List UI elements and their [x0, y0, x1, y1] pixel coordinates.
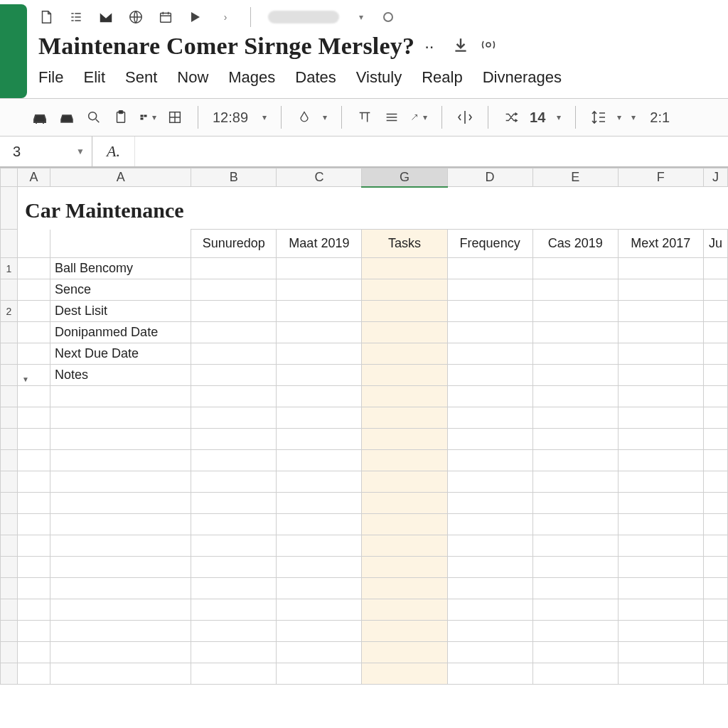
- cell[interactable]: [191, 642, 277, 663]
- cell[interactable]: [18, 514, 50, 535]
- cell[interactable]: [277, 578, 362, 599]
- cell[interactable]: [191, 450, 277, 471]
- cell[interactable]: [50, 578, 191, 599]
- cell[interactable]: [447, 599, 532, 621]
- cell[interactable]: [447, 343, 532, 365]
- cell[interactable]: [618, 301, 703, 322]
- row-header[interactable]: [1, 187, 18, 230]
- cell[interactable]: [532, 642, 618, 663]
- row-label[interactable]: Donipanmed Date: [50, 322, 191, 343]
- cell[interactable]: [447, 471, 532, 493]
- cell[interactable]: [191, 663, 277, 685]
- cell[interactable]: [703, 407, 727, 429]
- cell[interactable]: [618, 578, 703, 599]
- formula-input[interactable]: [135, 136, 728, 166]
- record-icon[interactable]: [383, 12, 393, 22]
- shuffle-icon[interactable]: [503, 109, 520, 126]
- cell[interactable]: [362, 471, 447, 493]
- row-label[interactable]: Ball Bencomy: [50, 258, 191, 279]
- lh-dd2-icon[interactable]: ▾: [631, 112, 636, 122]
- arrow-angle-dropdown[interactable]: ▾: [410, 109, 427, 126]
- cell[interactable]: [191, 493, 277, 514]
- line-height-icon[interactable]: [590, 109, 607, 126]
- cell[interactable]: [191, 365, 277, 386]
- cell[interactable]: [447, 663, 532, 685]
- cell[interactable]: [703, 343, 727, 365]
- data-header-0[interactable]: Sunuredop: [191, 230, 277, 258]
- cell[interactable]: [703, 557, 727, 578]
- menu-item-vistuly[interactable]: Vistuly: [356, 68, 402, 87]
- cell[interactable]: [191, 343, 277, 365]
- cell[interactable]: [50, 386, 191, 407]
- cell[interactable]: [277, 493, 362, 514]
- cell[interactable]: [18, 343, 50, 365]
- name-box[interactable]: 3 ▼: [0, 136, 92, 166]
- car2-icon[interactable]: [58, 109, 75, 126]
- cell[interactable]: [618, 642, 703, 663]
- column-header-B-2[interactable]: B: [191, 168, 277, 187]
- row-header[interactable]: [1, 386, 18, 407]
- cell[interactable]: [532, 258, 618, 279]
- column-header-D-5[interactable]: D: [447, 168, 532, 187]
- cell[interactable]: [277, 258, 362, 279]
- cell[interactable]: [618, 493, 703, 514]
- cell[interactable]: [703, 471, 727, 493]
- row-header[interactable]: [1, 365, 18, 386]
- cell[interactable]: [18, 557, 50, 578]
- cell[interactable]: [277, 471, 362, 493]
- row-header[interactable]: [1, 407, 18, 429]
- cell[interactable]: [532, 386, 618, 407]
- cell[interactable]: [532, 365, 618, 386]
- cell[interactable]: [362, 450, 447, 471]
- row-header[interactable]: [1, 343, 18, 365]
- cell[interactable]: [18, 322, 50, 343]
- cell[interactable]: [191, 621, 277, 642]
- cell[interactable]: ▼: [18, 365, 50, 386]
- cell[interactable]: [362, 343, 447, 365]
- select-all-corner[interactable]: [1, 168, 18, 187]
- row-header[interactable]: [1, 429, 18, 450]
- row-header[interactable]: [1, 230, 18, 258]
- cell[interactable]: [50, 557, 191, 578]
- cell[interactable]: [50, 230, 191, 258]
- cell[interactable]: [277, 279, 362, 301]
- cell[interactable]: [703, 535, 727, 557]
- row-header[interactable]: [1, 514, 18, 535]
- row-header[interactable]: [1, 578, 18, 599]
- cell[interactable]: [18, 578, 50, 599]
- row-label[interactable]: Dest Lisit: [50, 301, 191, 322]
- cell[interactable]: [703, 450, 727, 471]
- cell[interactable]: [532, 493, 618, 514]
- cell[interactable]: [191, 407, 277, 429]
- row-header[interactable]: [1, 322, 18, 343]
- cell[interactable]: [50, 450, 191, 471]
- cell[interactable]: [50, 663, 191, 685]
- menu-item-dates[interactable]: Dates: [295, 68, 336, 87]
- cell[interactable]: [50, 493, 191, 514]
- cell[interactable]: [50, 429, 191, 450]
- row-header[interactable]: [1, 279, 18, 301]
- cell[interactable]: [618, 535, 703, 557]
- cell[interactable]: [618, 322, 703, 343]
- cell[interactable]: [362, 365, 447, 386]
- search-icon[interactable]: [85, 109, 102, 126]
- cell[interactable]: [191, 514, 277, 535]
- cell[interactable]: [447, 493, 532, 514]
- cell[interactable]: [532, 343, 618, 365]
- row-header[interactable]: [1, 493, 18, 514]
- cell[interactable]: [191, 578, 277, 599]
- cell[interactable]: [50, 514, 191, 535]
- column-header-A-1[interactable]: A: [50, 168, 191, 187]
- center-icon[interactable]: [456, 109, 473, 126]
- cell[interactable]: [703, 514, 727, 535]
- cell[interactable]: [447, 258, 532, 279]
- cell[interactable]: [277, 322, 362, 343]
- lh-dd1-icon[interactable]: ▾: [617, 112, 621, 122]
- cell[interactable]: [447, 578, 532, 599]
- menu-item-elit[interactable]: Elit: [83, 68, 105, 87]
- cell[interactable]: [618, 365, 703, 386]
- align-lines-icon[interactable]: [383, 109, 400, 126]
- logo-m-icon[interactable]: [98, 9, 114, 25]
- cell[interactable]: [447, 535, 532, 557]
- data-header-5[interactable]: Mext 2017: [618, 230, 703, 258]
